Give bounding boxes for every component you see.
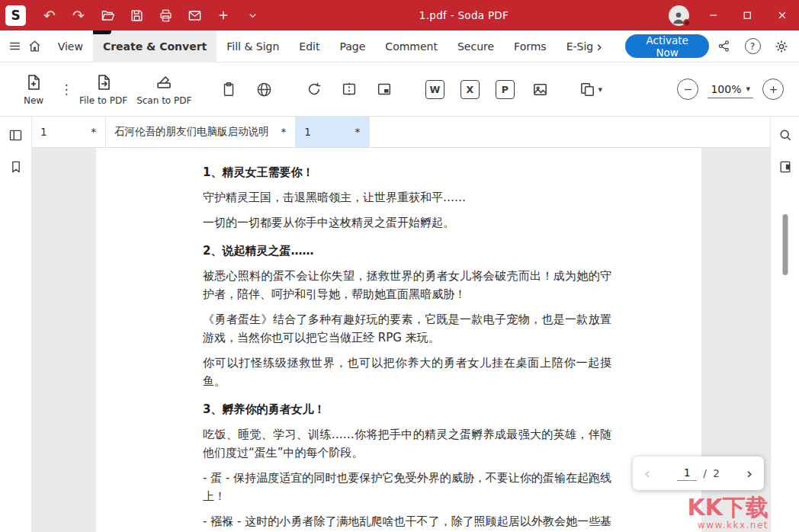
zoom-level-dropdown[interactable]: 100% ▾: [708, 81, 753, 98]
document-tab-label: 1: [40, 126, 47, 138]
help-button[interactable]: ?: [738, 30, 767, 62]
search-button[interactable]: [775, 125, 795, 145]
quick-actions-dropdown[interactable]: [238, 0, 267, 30]
pdf-to-excel-button[interactable]: X: [452, 72, 487, 107]
add-quick-action-button[interactable]: [209, 0, 238, 30]
new-document-icon: [24, 73, 43, 91]
tab-forms[interactable]: Forms: [504, 30, 557, 62]
document-tabs: 1 * 石河伦吾的朋友们电脑版启动说明 * 1 *: [32, 117, 770, 148]
pdf-a-button[interactable]: [367, 72, 402, 107]
globe-icon: [255, 81, 273, 98]
excel-icon: X: [460, 80, 480, 99]
minus-icon: [682, 84, 694, 95]
modified-indicator: *: [91, 126, 96, 138]
convert-pdf-button[interactable]: [297, 72, 332, 107]
document-tab-label: 1: [304, 126, 311, 138]
menubar-right-actions: ?: [709, 30, 799, 62]
doc-paragraph: - 蛋 - 保持温度适宜的同时也要保护它免受外界的威胁，不要让你的蛋输在起跑线上…: [203, 469, 611, 505]
tab-page[interactable]: Page: [329, 30, 375, 62]
tab-view[interactable]: View: [48, 30, 93, 62]
titlebar: S ↶ ↷ 1.pdf - Soda PDF: [0, 0, 799, 30]
folder-open-icon: [101, 8, 115, 23]
save-icon: [130, 8, 144, 23]
total-pages: 2: [713, 467, 720, 479]
email-button[interactable]: [180, 0, 209, 30]
share-icon: [717, 39, 731, 53]
toggle-side-panel-button[interactable]: [6, 125, 26, 145]
zoom-in-button[interactable]: [762, 79, 784, 100]
word-icon: W: [425, 80, 444, 99]
main-menu-button[interactable]: [5, 30, 24, 62]
picture-in-picture-icon: [376, 81, 393, 98]
next-page-button[interactable]: ›: [746, 464, 752, 482]
search-icon: [778, 127, 793, 143]
document-tab-2[interactable]: 石河伦吾的朋友们电脑版启动说明 *: [106, 117, 296, 147]
document-tab-3-active[interactable]: 1 *: [296, 117, 370, 147]
doc-paragraph: 《勇者蛋生》结合了多种有趣好玩的要素，它既是一款电子宠物，也是一款放置游戏，当然…: [203, 310, 611, 347]
pdf-viewport[interactable]: 1、精灵女王需要你！ 守护精灵王国，击退黑暗领主，让世界重获和平…… 一切的一切…: [32, 148, 770, 532]
tab-create-convert[interactable]: Create & Convert: [93, 30, 217, 62]
file-to-pdf-button[interactable]: File to PDF: [75, 66, 132, 113]
printer-icon: [159, 8, 173, 23]
new-document-button[interactable]: New: [9, 66, 58, 113]
pdf-page: 1、精灵女王需要你！ 守护精灵王国，击退黑暗领主，让世界重获和平…… 一切的一切…: [96, 148, 701, 532]
zoom-out-button[interactable]: [677, 79, 698, 100]
gear-icon: [774, 39, 789, 54]
tab-edit[interactable]: Edit: [289, 30, 329, 62]
bookmarks-panel-button[interactable]: [6, 157, 26, 177]
create-convert-toolbar: New ⋮ File to PDF Scan to PDF W X: [0, 62, 799, 117]
save-button[interactable]: [122, 0, 151, 30]
tabs-overflow-button[interactable]: ›: [593, 38, 606, 55]
right-panel-rail: [770, 117, 799, 532]
tab-esign[interactable]: E-Sign: [557, 30, 593, 62]
chevron-down-icon: ▾: [598, 85, 603, 94]
tab-comment[interactable]: Comment: [375, 30, 448, 62]
activate-now-button[interactable]: Activate Now: [625, 34, 709, 58]
previous-page-button[interactable]: ‹: [644, 464, 650, 482]
document-area: 1 * 石河伦吾的朋友们电脑版启动说明 * 1 * 1、精灵女王需要你！ 守护精…: [32, 117, 770, 532]
powerpoint-icon: P: [496, 80, 515, 99]
maximize-button[interactable]: [730, 0, 765, 30]
html-to-pdf-button[interactable]: [246, 72, 281, 107]
doc-paragraph: 一切的一切都要从你手中这枚精灵之蛋开始孵起。: [203, 213, 611, 232]
settings-button[interactable]: [767, 30, 796, 62]
minimize-button[interactable]: [696, 0, 730, 30]
redo-button[interactable]: ↷: [64, 0, 93, 30]
modified-indicator: *: [355, 126, 361, 138]
more-options-button[interactable]: ⋮: [58, 72, 75, 107]
print-button[interactable]: [151, 0, 180, 30]
doc-paragraph: - 襁褓 - 这时的小勇者除了满地乱爬啥也干不了，除了照顾起居以外教会她一些基础…: [203, 512, 611, 532]
combine-pages-icon: [579, 81, 596, 98]
pdf-to-word-button[interactable]: W: [417, 72, 452, 107]
home-button[interactable]: [24, 30, 44, 62]
paste-button[interactable]: [211, 72, 246, 107]
current-page-input[interactable]: 1: [677, 466, 697, 481]
pdf-to-image-button[interactable]: [522, 72, 557, 107]
doc-paragraph: 你可以打怪练级拯救世界，也可以把你养大的勇者女儿挂在桌面上陪你一起摸鱼。: [203, 354, 611, 390]
tab-secure[interactable]: Secure: [448, 30, 504, 62]
minimize-icon: [708, 9, 720, 21]
scan-to-pdf-button[interactable]: Scan to PDF: [132, 66, 196, 113]
combine-files-button[interactable]: ▾: [573, 72, 608, 107]
document-tab-1[interactable]: 1 *: [32, 117, 106, 147]
menubar: View Create & Convert Fill & Sign Edit P…: [0, 30, 799, 62]
thumbnails-panel-button[interactable]: [775, 157, 795, 177]
clipboard-icon: [220, 81, 237, 98]
undo-button[interactable]: ↶: [35, 0, 64, 30]
account-button[interactable]: [661, 5, 696, 26]
rotate-arrow-icon: [306, 81, 322, 98]
ribbon-tabs: View Create & Convert Fill & Sign Edit P…: [48, 30, 593, 62]
vertical-scrollbar[interactable]: [782, 214, 788, 275]
pages-panel-icon: [778, 159, 793, 175]
side-panel-icon: [8, 127, 24, 143]
split-pdf-button[interactable]: [332, 72, 367, 107]
share-button[interactable]: [709, 30, 738, 62]
plus-icon: [768, 84, 779, 95]
redo-icon: ↷: [72, 8, 85, 23]
maximize-icon: [742, 10, 753, 21]
tab-fill-sign[interactable]: Fill & Sign: [217, 30, 289, 62]
scan-to-pdf-label: Scan to PDF: [136, 95, 191, 106]
close-button[interactable]: [765, 0, 799, 30]
open-file-button[interactable]: [93, 0, 122, 30]
pdf-to-powerpoint-button[interactable]: P: [487, 72, 522, 107]
